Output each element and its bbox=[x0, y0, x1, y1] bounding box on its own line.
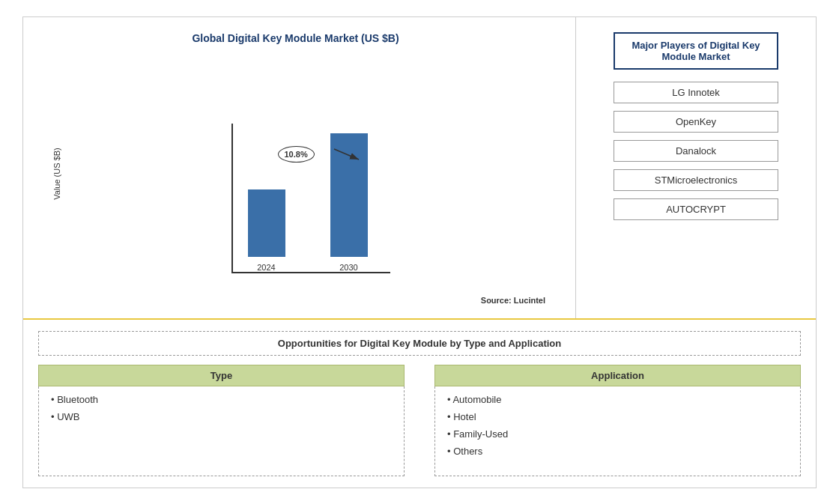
player-item-openkey: OpenKey bbox=[614, 111, 778, 133]
type-item-bluetooth: Bluetooth bbox=[51, 394, 392, 405]
app-item-family: Family-Used bbox=[447, 428, 788, 440]
type-item-uwb: UWB bbox=[51, 411, 392, 422]
bar-2030-label: 2030 bbox=[339, 263, 357, 272]
cagr-annotation: 10.8% bbox=[278, 146, 315, 163]
chart-title: Global Digital Key Module Market (US $B) bbox=[31, 32, 560, 44]
app-item-others: Others bbox=[447, 446, 788, 457]
opportunities-title: Opportunities for Digital Key Module by … bbox=[38, 331, 801, 356]
bar-2024: 2024 bbox=[248, 189, 285, 272]
bottom-section: Opportunities for Digital Key Module by … bbox=[23, 320, 816, 488]
application-header: Application bbox=[434, 365, 801, 386]
application-body: Automobile Hotel Family-Used Others bbox=[434, 386, 801, 476]
bar-2024-rect bbox=[248, 189, 285, 257]
type-header: Type bbox=[38, 365, 405, 386]
application-list: Automobile Hotel Family-Used Others bbox=[447, 394, 788, 457]
player-item-stmicro: STMicroelectronics bbox=[614, 169, 778, 191]
cagr-arrow bbox=[293, 139, 360, 161]
svg-line-1 bbox=[334, 149, 359, 160]
app-item-hotel: Hotel bbox=[447, 411, 788, 422]
type-body: Bluetooth UWB bbox=[38, 386, 405, 476]
application-column: Application Automobile Hotel Family-Used… bbox=[434, 365, 801, 476]
bars-area: 10.8% 2024 bbox=[231, 124, 390, 273]
source-text: Source: Lucintel bbox=[31, 296, 560, 311]
opportunities-columns: Type Bluetooth UWB Application Automobil… bbox=[38, 365, 801, 476]
players-title: Major Players of Digital Key Module Mark… bbox=[614, 32, 778, 70]
players-area: Major Players of Digital Key Module Mark… bbox=[576, 17, 816, 318]
player-item-lg: LG Innotek bbox=[614, 82, 778, 103]
type-column: Type Bluetooth UWB bbox=[38, 365, 405, 476]
chart-container: Value (US $B) 10.8% bbox=[31, 52, 560, 296]
chart-area: Global Digital Key Module Market (US $B)… bbox=[23, 17, 576, 318]
main-container: Global Digital Key Module Market (US $B)… bbox=[22, 16, 817, 488]
type-list: Bluetooth UWB bbox=[51, 394, 392, 422]
player-item-danalock: Danalock bbox=[614, 140, 778, 162]
top-section: Global Digital Key Module Market (US $B)… bbox=[23, 17, 816, 320]
y-axis-label: Value (US $B) bbox=[52, 148, 61, 200]
player-item-autocrypt: AUTOCRYPT bbox=[614, 198, 778, 220]
app-item-automobile: Automobile bbox=[447, 394, 788, 405]
bar-2024-label: 2024 bbox=[257, 263, 275, 272]
